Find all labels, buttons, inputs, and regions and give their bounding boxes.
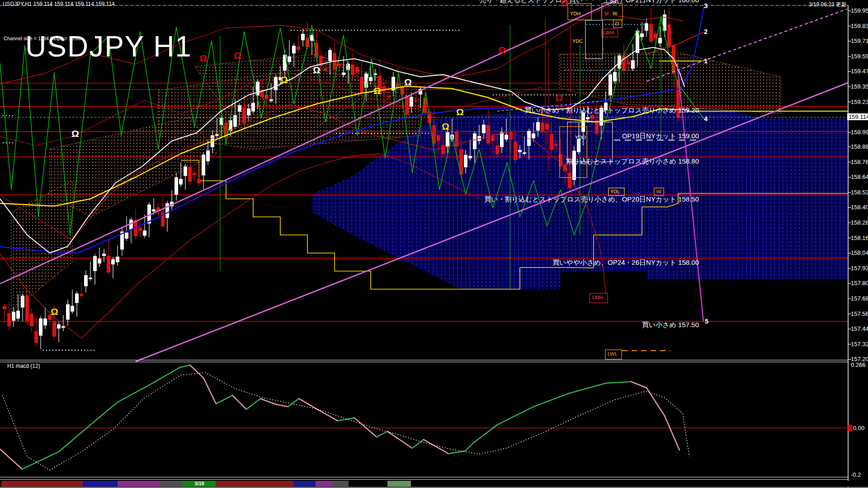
price-axis-label: 157.560 bbox=[851, 310, 868, 317]
macd-signal-line bbox=[2, 373, 689, 470]
pivot-chip-lmh: LMH bbox=[592, 295, 603, 300]
macd-axis-min: -0.2 bbox=[851, 471, 861, 478]
timeline-date-chip[interactable]: 3/19 bbox=[183, 481, 216, 487]
chart-watermark-title: USDJPY H1 bbox=[25, 30, 192, 63]
timeline-segment[interactable] bbox=[216, 481, 293, 487]
macd-axis-max: 0.266 bbox=[851, 361, 866, 368]
price-axis-label: 158.280 bbox=[851, 219, 868, 226]
symbol-ohlc-readout: USDJPY,H1 159.114 159.114 159.114 159.11… bbox=[3, 1, 115, 7]
price-axis-label: 158.520 bbox=[851, 189, 868, 196]
macd-main-line bbox=[338, 418, 354, 421]
macd-main-line bbox=[377, 432, 387, 437]
macd-axis-zero: 0.00 bbox=[853, 425, 864, 432]
wave-marker-5: 5 bbox=[705, 317, 708, 325]
price-axis-label: 158.640 bbox=[851, 174, 868, 180]
macd-main-line bbox=[260, 399, 276, 404]
timeline-bar[interactable]: 3/19macd ON bbox=[0, 481, 868, 487]
price-axis-label: 159.955 bbox=[851, 7, 868, 14]
last-update-timestamp: 3/19 06:23 更新 bbox=[809, 1, 847, 9]
pivot-chip-lwl: LWL bbox=[608, 351, 618, 357]
pivot-chip-d: D bbox=[615, 21, 619, 26]
price-axis-label: 157.320 bbox=[851, 341, 868, 347]
omega-pattern-icon: Ω bbox=[313, 65, 321, 75]
macd-main-line bbox=[387, 432, 412, 448]
macd-main-line bbox=[180, 365, 190, 367]
macd-main-line bbox=[276, 404, 288, 407]
order-annotation: 売り・超えるとストップロス買い・・・上ぬけ OP2日NYカット 160.00 bbox=[479, 0, 699, 5]
pivot-chip-lwh: LWH bbox=[603, 30, 614, 35]
omega-pattern-icon: Ω bbox=[561, 0, 568, 8]
price-axis-label: 158.880 bbox=[851, 143, 868, 150]
timeline-segment[interactable] bbox=[332, 481, 349, 487]
omega-pattern-icon: Ω bbox=[373, 86, 381, 95]
macd-indicator-label: H1 macd (12) bbox=[7, 363, 40, 369]
price-chart-canvas[interactable] bbox=[0, 0, 868, 488]
order-annotation: 買いやや小さめ、OP24・26日NYカット 158.00 bbox=[552, 258, 699, 267]
pivot-chip-ydh: YDH bbox=[570, 11, 580, 16]
pivot-box bbox=[585, 20, 603, 59]
price-axis-label: 159.475 bbox=[851, 68, 868, 75]
macd-main-line bbox=[465, 443, 473, 451]
macd-main-line bbox=[203, 378, 216, 404]
macd-zero-badge bbox=[848, 425, 852, 431]
macd-main-line bbox=[288, 399, 299, 407]
timeline-segment[interactable] bbox=[118, 481, 160, 487]
price-axis-label: 158.400 bbox=[851, 204, 868, 211]
macd-main-line bbox=[0, 449, 22, 469]
macd-main-line bbox=[232, 395, 246, 409]
price-axis-label: 157.440 bbox=[851, 325, 868, 332]
price-axis-label: 157.920 bbox=[851, 265, 868, 272]
macd-main-line bbox=[118, 385, 149, 402]
order-annotation: 買い小さめ 157.50 bbox=[642, 321, 699, 329]
macd-main-line bbox=[424, 440, 448, 454]
pivot-chip-ydl: YDL bbox=[610, 189, 620, 194]
macd-main-line bbox=[22, 452, 59, 469]
macd-toggle-chip[interactable]: macd ON bbox=[387, 481, 411, 487]
pivot-chip-w: W bbox=[613, 11, 617, 16]
timeline-segment[interactable] bbox=[160, 481, 183, 487]
order-annotation: OP19日NYカット 159.00 bbox=[622, 132, 699, 141]
omega-pattern-icon: Ω bbox=[498, 45, 506, 55]
pivot-chip-m: M bbox=[604, 11, 609, 16]
wave-marker-3: 3 bbox=[704, 2, 708, 9]
timeline-segment[interactable] bbox=[1, 481, 83, 487]
omega-pattern-icon: Ω bbox=[51, 307, 58, 316]
price-axis-label: 159.595 bbox=[851, 53, 868, 60]
order-annotation: 割り込むとストップロス売り小さめ 158.80 bbox=[566, 157, 699, 166]
omega-pattern-icon: Ω bbox=[234, 51, 241, 60]
timeline-segment[interactable] bbox=[293, 481, 316, 487]
macd-main-line bbox=[631, 382, 646, 388]
macd-main-line bbox=[190, 365, 203, 378]
macd-main-line bbox=[606, 382, 631, 383]
price-axis-label: 157.680 bbox=[851, 295, 868, 302]
timeline-segment[interactable] bbox=[83, 481, 118, 487]
price-axis-label: 159.715 bbox=[851, 38, 868, 44]
price-axis-label: 158.040 bbox=[851, 249, 868, 256]
price-axis-label: 157.800 bbox=[851, 280, 868, 286]
order-annotation: 買い・割り込むとストップロス売り小さめ、OP20日NYカット 158.50 bbox=[484, 195, 699, 204]
macd-main-line bbox=[246, 399, 260, 409]
price-axis-label: 158.995 bbox=[851, 129, 868, 136]
wave-marker-1: 1 bbox=[704, 57, 708, 65]
order-annotation: 買い小さめ・割り込むとストップロス売り小さめ 159.20 bbox=[525, 106, 699, 115]
macd-main-line bbox=[412, 440, 424, 448]
price-axis-label: 158.160 bbox=[851, 235, 868, 241]
macd-main-line bbox=[90, 402, 118, 425]
price-axis-label: 159.835 bbox=[851, 23, 868, 29]
macd-main-line bbox=[149, 367, 180, 385]
omega-pattern-icon: Ω bbox=[71, 129, 79, 138]
omega-pattern-icon: Ω bbox=[555, 93, 563, 102]
macd-main-line bbox=[316, 409, 338, 421]
wave-marker-4: 4 bbox=[704, 115, 708, 122]
omega-pattern-icon: Ω bbox=[442, 122, 449, 131]
timeline-segment[interactable] bbox=[316, 481, 332, 487]
macd-main-line bbox=[448, 451, 465, 454]
pivot-chip-w: W bbox=[656, 189, 661, 194]
macd-main-line bbox=[354, 418, 377, 437]
macd-main-line bbox=[59, 425, 90, 452]
omega-pattern-icon: Ω bbox=[456, 107, 464, 117]
price-axis-label: 158.760 bbox=[851, 159, 868, 165]
macd-main-line bbox=[216, 395, 232, 404]
omega-pattern-icon: Ω bbox=[404, 77, 412, 87]
macd-main-line bbox=[570, 383, 606, 393]
